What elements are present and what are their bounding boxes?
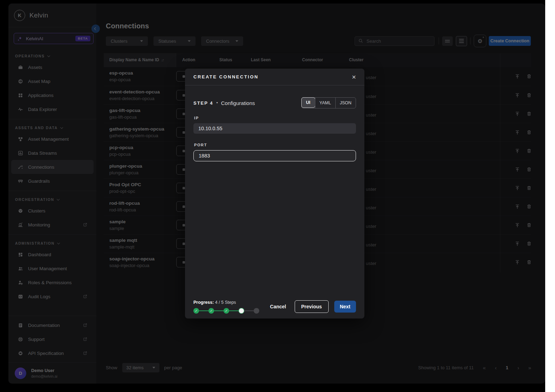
step-dot-3: ✓ [224, 308, 229, 314]
port-field[interactable]: 1883 [193, 150, 356, 161]
progress-value: 4 / 5 Steps [215, 300, 236, 305]
format-tab-yaml[interactable]: YAML [315, 98, 335, 108]
ip-field[interactable]: 10.10.0.55 [193, 123, 356, 134]
step-bullet: • [217, 100, 218, 105]
modal-actions: Cancel Previous Next [267, 300, 356, 313]
step-connector [229, 310, 239, 312]
format-tab-json[interactable]: JSON [335, 98, 356, 108]
port-label: PORT [194, 143, 356, 147]
format-tab-ui[interactable]: UI [301, 97, 315, 108]
ip-label: IP [194, 116, 356, 120]
step-connector [214, 310, 224, 312]
step-name: Configurations [221, 100, 255, 106]
modal-body: STEP 4 • Configurations UIYAMLJSON IP 10… [185, 85, 364, 161]
previous-button[interactable]: Previous [295, 300, 329, 313]
progress-stepper: ✓✓✓ [193, 308, 259, 314]
progress-label: Progress: [193, 300, 214, 305]
cancel-button[interactable]: Cancel [267, 304, 289, 309]
modal-header: CREATE CONNECTION × [185, 69, 364, 85]
modal-title: CREATE CONNECTION [193, 74, 259, 79]
progress-text: Progress: 4 / 5 Steps [193, 300, 259, 305]
close-icon[interactable]: × [352, 74, 356, 80]
progress-block: Progress: 4 / 5 Steps ✓✓✓ [193, 300, 259, 314]
step-connector [199, 310, 208, 312]
step-dot-5 [254, 308, 259, 314]
step-label: STEP 4 [193, 100, 213, 106]
step-dot-1: ✓ [193, 308, 199, 314]
screen: K Kelvin˙ KelvinAI BETA OPERATIONSAssets… [0, 0, 555, 392]
create-connection-modal: CREATE CONNECTION × STEP 4 • Configurati… [185, 69, 364, 318]
step-dot-4 [239, 308, 244, 314]
step-indicator: STEP 4 • Configurations [193, 100, 255, 106]
step-connector [244, 310, 254, 312]
next-button[interactable]: Next [334, 301, 356, 313]
format-toggle: UIYAMLJSON [301, 97, 356, 108]
step-dot-2: ✓ [208, 308, 214, 314]
